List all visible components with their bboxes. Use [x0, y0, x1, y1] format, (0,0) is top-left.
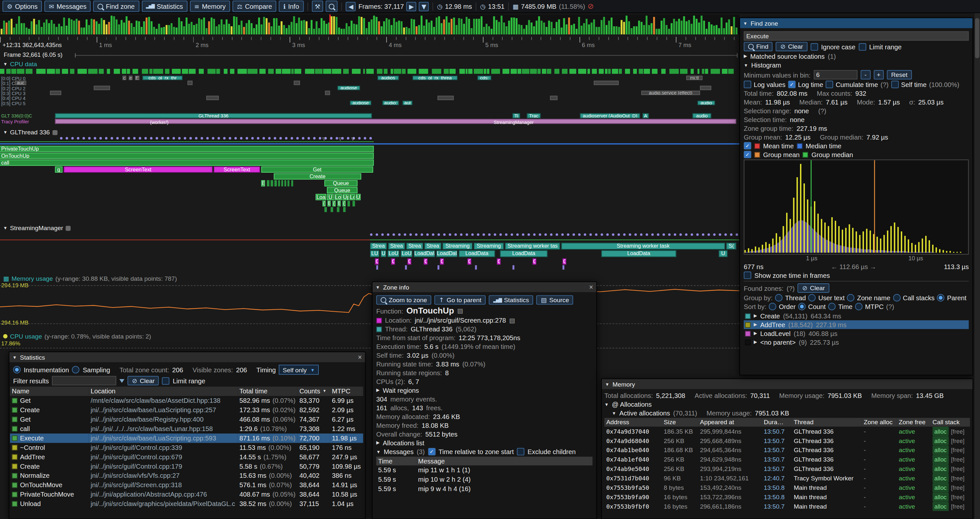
timeline-zone[interactable] — [353, 201, 355, 206]
table-row-mtpc[interactable]: 6.27 µs — [330, 415, 363, 424]
table-row-total[interactable]: 15.63 ms(0.00%) — [237, 471, 298, 481]
mode-radio-instrumentation[interactable] — [13, 366, 21, 373]
message-dot[interactable] — [477, 233, 480, 236]
frame-bar[interactable] — [8, 21, 10, 34]
timeline-zone[interactable] — [267, 180, 269, 186]
table-row-mtpc[interactable]: 1.04 µs — [330, 499, 363, 509]
expander-icon[interactable]: ▶ — [744, 54, 747, 59]
timeline-zone[interactable]: LoU — [388, 250, 399, 257]
cpu-zone[interactable]: audio.service (effect) — [641, 91, 700, 95]
frame-bar[interactable] — [133, 27, 135, 34]
zone-info-button-statistics[interactable]: ▂▅▇Statistics — [489, 295, 533, 305]
cpu-zone[interactable]: audioserver (AudioOut_D) — [580, 113, 640, 118]
table-row-mtpc[interactable]: 386 ns — [330, 471, 363, 481]
timeline-zone[interactable]: E — [261, 180, 265, 186]
message-dot[interactable] — [381, 233, 384, 236]
frame-bar[interactable] — [23, 23, 25, 34]
free-link[interactable]: [free] — [951, 446, 964, 455]
cpu-zone[interactable]: audio: — [383, 101, 399, 105]
expander-icon[interactable]: ▼ — [612, 410, 616, 415]
timeline-zone[interactable]: C — [468, 259, 471, 265]
frame-bar[interactable] — [728, 19, 730, 34]
timeline-zone[interactable]: Loi — [334, 194, 342, 200]
memory-zone-alloc[interactable]: - — [862, 492, 897, 502]
frame-bar[interactable] — [338, 27, 340, 34]
frame-bar[interactable] — [196, 24, 197, 34]
message-dot[interactable] — [539, 233, 541, 236]
table-row-mtpc[interactable]: 10.58 µs — [330, 490, 363, 499]
timeline-zone[interactable]: LoadData — [459, 250, 495, 257]
cpu-zone[interactable]: aut — [402, 101, 412, 105]
frame-bar[interactable] — [191, 22, 192, 34]
timing-select[interactable]: Self only▼ — [279, 365, 318, 375]
frame-bar[interactable] — [676, 21, 677, 34]
frame-bar[interactable] — [223, 24, 225, 34]
memory-zone-free[interactable]: active — [897, 483, 931, 492]
frame-bar[interactable] — [161, 27, 162, 34]
frame-bar[interactable] — [25, 27, 27, 34]
reset-button[interactable]: Reset — [887, 70, 912, 80]
alloc-link[interactable]: alloc — [933, 502, 948, 511]
cpu-zone[interactable]: cds: — [477, 76, 491, 80]
frame-bar[interactable] — [30, 21, 32, 34]
cpu-zone[interactable]: audiose — [337, 86, 360, 90]
message-dot[interactable] — [257, 137, 259, 140]
frame-bar[interactable] — [146, 17, 147, 34]
table-row-counts[interactable]: 38,644 — [298, 481, 330, 490]
frame-bar[interactable] — [528, 20, 530, 34]
timeline-zone[interactable] — [475, 265, 477, 269]
table-header-cell[interactable]: Counts▼ — [298, 386, 330, 396]
memory-duration[interactable]: 12:40.7 — [762, 474, 792, 483]
frame-bar[interactable] — [98, 23, 100, 34]
frame-bar[interactable] — [523, 29, 525, 34]
table-row-name[interactable]: AddTree — [10, 452, 89, 462]
frame-bar[interactable] — [346, 23, 347, 34]
frame-bar[interactable] — [573, 24, 574, 34]
table-row-total[interactable]: 1:29.6(10.78%) — [237, 424, 298, 434]
timeline-zone[interactable]: Loa — [315, 194, 326, 200]
memory-zone-free[interactable]: active — [897, 474, 931, 483]
table-row-counts[interactable]: 37,115 — [298, 499, 330, 509]
toolbar-tool-tools[interactable]: ⚒ — [312, 1, 324, 12]
table-row-counts[interactable]: 73,308 — [298, 424, 330, 434]
frame-bar[interactable] — [678, 19, 680, 34]
message-dot[interactable] — [685, 233, 687, 236]
zone-info-titlebar[interactable]: ▼ Zone info × — [372, 282, 597, 292]
free-link[interactable]: [free] — [951, 426, 964, 436]
frame-bar[interactable] — [76, 19, 77, 34]
timeline-zone[interactable]: Streaming — [474, 243, 504, 250]
toolbar-button-memory[interactable]: ≡Memory — [190, 1, 230, 12]
frame-bar[interactable] — [688, 20, 690, 34]
frame-bar[interactable] — [553, 28, 555, 34]
frame-bar[interactable] — [585, 19, 587, 34]
frame-bar[interactable] — [46, 19, 47, 34]
frame-bar[interactable] — [428, 23, 430, 34]
table-row-name[interactable]: Execute — [10, 434, 89, 443]
timeline-zone[interactable] — [291, 180, 293, 186]
cpu-zone[interactable] — [550, 96, 557, 100]
table-row-mtpc[interactable]: 11.98 µs — [330, 434, 363, 443]
frame-bar[interactable] — [425, 19, 427, 34]
frame-bar[interactable] — [398, 21, 400, 34]
frame-bar[interactable] — [716, 25, 718, 34]
table-row-mtpc[interactable]: 247.9 µs — [330, 452, 363, 462]
message-dot[interactable] — [528, 233, 530, 236]
frame-bar[interactable] — [188, 24, 190, 34]
frame-bar[interactable] — [633, 26, 635, 34]
frame-bar[interactable] — [245, 23, 247, 34]
memory-zone-alloc[interactable]: - — [862, 483, 897, 492]
table-row-name[interactable]: Get — [10, 415, 89, 424]
frame-bar[interactable] — [121, 20, 122, 34]
message-dot[interactable] — [511, 233, 513, 236]
frame-bar[interactable] — [506, 26, 507, 34]
memory-size[interactable]: 256 KB — [662, 455, 698, 464]
frame-bar[interactable] — [3, 21, 5, 34]
frame-bar[interactable] — [383, 21, 385, 34]
message-dot[interactable] — [94, 137, 96, 140]
min-bin-input[interactable] — [814, 70, 858, 80]
frame-bar[interactable] — [326, 24, 327, 34]
frame-bar[interactable] — [486, 24, 487, 34]
frame-bar[interactable] — [711, 24, 712, 34]
frame-bar[interactable] — [311, 20, 312, 34]
cpu-zone[interactable]: e — [129, 76, 133, 80]
